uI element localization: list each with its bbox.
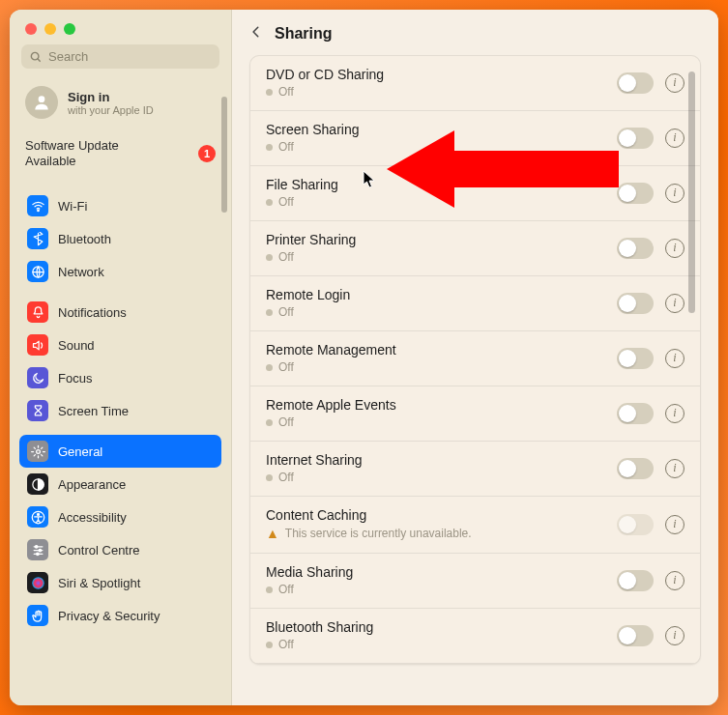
service-status: ▲This service is currently unavailable.: [266, 526, 472, 541]
svg-point-13: [39, 549, 42, 552]
info-button-remotemgmt[interactable]: i: [665, 349, 684, 368]
toggle-dvd[interactable]: [617, 72, 654, 94]
toggle-screen[interactable]: [617, 128, 654, 149]
sign-in-subtitle: with your Apple ID: [68, 104, 154, 116]
sidebar-item-bluetooth[interactable]: Bluetooth: [19, 222, 221, 255]
service-title: Printer Sharing: [266, 232, 356, 247]
service-status-text: Off: [278, 471, 294, 484]
search-icon: [29, 50, 43, 64]
status-dot-icon: [266, 199, 273, 206]
service-title: Internet Sharing: [266, 452, 363, 468]
service-status: Off: [266, 415, 396, 429]
service-status: Off: [266, 195, 338, 209]
sidebar-item-label: Focus: [58, 371, 92, 386]
service-status: Off: [266, 305, 350, 319]
status-dot-icon: [266, 144, 273, 151]
sidebar-item-accessibility[interactable]: Accessibility: [19, 500, 221, 533]
info-button-media[interactable]: i: [665, 571, 684, 590]
sidebar-item-label: Accessibility: [58, 510, 127, 525]
info-button-remoteapple[interactable]: i: [665, 404, 684, 423]
info-button-content[interactable]: i: [665, 515, 684, 534]
info-button-screen[interactable]: i: [665, 129, 684, 148]
service-title: Remote Login: [266, 287, 350, 302]
service-row-btshare: Bluetooth SharingOffi: [250, 609, 700, 664]
toggle-btshare[interactable]: [617, 625, 654, 646]
sidebar-item-notifications[interactable]: Notifications: [19, 296, 221, 329]
svg-point-15: [32, 577, 44, 589]
chevron-left-icon: [249, 23, 263, 41]
minimize-icon[interactable]: [44, 23, 56, 35]
status-dot-icon: [266, 364, 273, 371]
service-status-text: Off: [278, 140, 294, 154]
info-button-internet[interactable]: i: [665, 459, 684, 478]
sidebar-item-privacy[interactable]: Privacy & Security: [19, 599, 221, 632]
service-status-text: This service is currently unavailable.: [285, 527, 472, 540]
status-dot-icon: [266, 419, 273, 426]
toggle-internet[interactable]: [617, 458, 654, 479]
sidebar-item-general[interactable]: General: [19, 435, 221, 468]
sidebar-item-controlcentre[interactable]: Control Centre: [19, 533, 221, 566]
status-dot-icon: [266, 474, 273, 481]
sidebar-item-label: Screen Time: [58, 404, 129, 418]
info-button-dvd[interactable]: i: [665, 73, 684, 93]
controlcentre-icon: [27, 539, 48, 560]
window-controls: [10, 10, 231, 44]
service-row-media: Media SharingOffi: [250, 554, 700, 609]
general-icon: [27, 441, 48, 462]
sidebar-item-label: Sound: [58, 338, 95, 353]
sign-in-row[interactable]: Sign in with your Apple ID: [19, 78, 221, 132]
svg-point-2: [39, 96, 45, 102]
search-input[interactable]: [48, 49, 212, 64]
sidebar-item-appearance[interactable]: Appearance: [19, 468, 221, 500]
service-row-printer: Printer SharingOffi: [250, 221, 700, 276]
back-button[interactable]: [249, 23, 263, 43]
sidebar-item-label: Bluetooth: [58, 232, 111, 246]
status-dot-icon: [266, 586, 273, 593]
sidebar-scroll[interactable]: Sign in with your Apple ID Software Upda…: [10, 78, 231, 705]
software-update-row[interactable]: Software Update Available 1: [19, 132, 221, 182]
toggle-media[interactable]: [617, 570, 654, 591]
content-scrollbar[interactable]: [688, 72, 695, 313]
sidebar-scrollbar[interactable]: [221, 97, 227, 213]
sidebar-item-wifi[interactable]: Wi-Fi: [19, 189, 221, 222]
svg-line-1: [38, 58, 41, 61]
toggle-content: [617, 514, 654, 535]
svg-point-5: [36, 449, 40, 453]
sidebar-item-screentime[interactable]: Screen Time: [19, 394, 221, 427]
sidebar-item-focus[interactable]: Focus: [19, 361, 221, 394]
fullscreen-icon[interactable]: [64, 23, 75, 35]
service-status-text: Off: [278, 360, 294, 374]
service-title: Content Caching: [266, 507, 472, 523]
info-button-remotelogin[interactable]: i: [665, 294, 684, 313]
status-dot-icon: [266, 642, 273, 648]
focus-icon: [27, 367, 48, 388]
sidebar-item-siri[interactable]: Siri & Spotlight: [19, 566, 221, 599]
toggle-remoteapple[interactable]: [617, 403, 654, 424]
toggle-printer[interactable]: [617, 238, 654, 259]
service-status: Off: [266, 85, 384, 99]
sidebar-item-sound[interactable]: Sound: [19, 329, 221, 361]
service-status: Off: [266, 471, 363, 484]
status-dot-icon: [266, 254, 273, 261]
sidebar-item-network[interactable]: Network: [19, 255, 221, 288]
services-list[interactable]: DVD or CD SharingOffiScreen SharingOffiF…: [249, 55, 701, 665]
sign-in-title: Sign in: [68, 90, 154, 104]
status-dot-icon: [266, 309, 273, 316]
service-title: Remote Apple Events: [266, 397, 396, 413]
close-icon[interactable]: [25, 23, 37, 35]
sidebar-item-label: Siri & Spotlight: [58, 576, 140, 590]
update-badge: 1: [198, 145, 216, 162]
accessibility-icon: [27, 506, 48, 528]
service-status-text: Off: [278, 415, 294, 429]
toggle-remotemgmt[interactable]: [617, 348, 654, 369]
info-button-file[interactable]: i: [665, 184, 684, 203]
info-button-btshare[interactable]: i: [665, 626, 684, 645]
sidebar-item-label: Network: [58, 265, 104, 279]
service-status-text: Off: [278, 638, 294, 651]
search-field[interactable]: [21, 44, 219, 69]
service-status-text: Off: [278, 305, 294, 319]
toggle-file[interactable]: [617, 183, 654, 204]
toggle-remotelogin[interactable]: [617, 293, 654, 314]
info-button-printer[interactable]: i: [665, 239, 684, 258]
svg-point-14: [36, 553, 39, 556]
